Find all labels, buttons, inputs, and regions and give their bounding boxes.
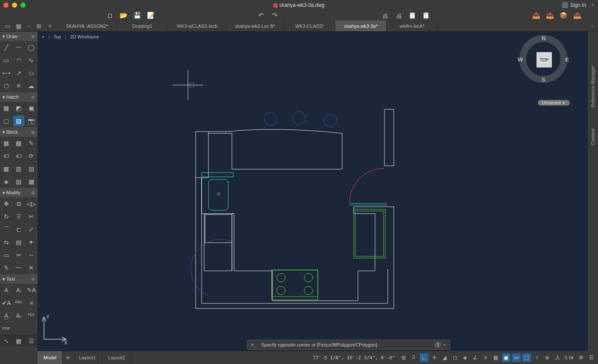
copy-icon[interactable]: 📋 bbox=[408, 12, 416, 19]
viewcube-e[interactable]: E bbox=[565, 56, 569, 63]
insert-block-icon[interactable]: ▦ bbox=[1, 138, 12, 149]
doc-tab-6[interactable]: wk4m-lecA* bbox=[387, 21, 438, 31]
lengthen-icon[interactable]: ↔ bbox=[26, 250, 37, 261]
define-attr-icon[interactable]: 🏷 bbox=[1, 150, 12, 161]
palette-collapse-icon[interactable]: ⤡ bbox=[1, 335, 12, 346]
tab-overflow-icon[interactable]: » bbox=[26, 23, 32, 28]
anno-visibility-icon[interactable]: 人 bbox=[553, 353, 562, 362]
add-tab-plus-icon[interactable]: ＋ bbox=[46, 22, 54, 30]
pdf-icon[interactable]: PDF bbox=[1, 323, 12, 334]
sync-attr-icon[interactable]: ⟳ bbox=[26, 150, 37, 161]
doc-tab-5-active[interactable]: skahya-wk3-3a* bbox=[335, 21, 387, 31]
window-minimize-button[interactable] bbox=[12, 3, 17, 8]
doc-tab-0[interactable]: SKAHYA -ASSGN2* bbox=[57, 21, 117, 31]
print-icon[interactable]: 🖨 bbox=[381, 12, 389, 19]
workspace-switch-icon[interactable]: ⚙ bbox=[577, 353, 585, 362]
window-zoom-button[interactable] bbox=[21, 3, 26, 8]
xline-icon[interactable]: ⟷ bbox=[1, 68, 12, 79]
doc-tab-4[interactable]: WK3-CLASS* bbox=[284, 21, 335, 31]
selection-cycling-icon[interactable]: ▣ bbox=[502, 353, 510, 362]
boundary-icon[interactable]: ▣ bbox=[26, 103, 37, 114]
isodraft-icon[interactable]: ◢ bbox=[440, 353, 449, 362]
otrack-icon[interactable]: ∠ bbox=[471, 353, 480, 362]
rotate-icon[interactable]: ↻ bbox=[1, 211, 12, 222]
wipeout-icon[interactable]: ▨ bbox=[13, 115, 24, 126]
block-more-icon[interactable]: ▦ bbox=[26, 176, 37, 187]
arc-icon[interactable]: ◠ bbox=[13, 55, 24, 66]
doc-tab-1[interactable]: Drawing1 bbox=[117, 21, 168, 31]
viewcube-s[interactable]: S bbox=[542, 76, 545, 83]
point-icon[interactable]: ✕ bbox=[13, 80, 24, 91]
add-layout-icon[interactable]: ＋ bbox=[63, 351, 73, 364]
explode-icon[interactable]: ✦ bbox=[26, 237, 37, 248]
fillet-icon[interactable]: ⌒ bbox=[1, 224, 12, 235]
transparency-icon[interactable]: ▦ bbox=[492, 353, 500, 362]
mtext-icon[interactable]: A bbox=[1, 285, 12, 296]
set-base-icon[interactable]: ▦ bbox=[1, 163, 12, 174]
create-block-icon[interactable]: ▩ bbox=[13, 138, 24, 149]
hatch-edit-icon[interactable]: 📷 bbox=[26, 115, 37, 126]
stretch-icon[interactable]: ⇆ bbox=[1, 237, 12, 248]
table-icon[interactable]: ▥ bbox=[13, 163, 24, 174]
trim-icon[interactable]: ✂ bbox=[26, 211, 37, 222]
layout1-tab[interactable]: Layout1 bbox=[73, 351, 102, 364]
polygon-icon[interactable]: ⬡ bbox=[1, 80, 12, 91]
text-more-icon[interactable]: A̲ bbox=[1, 310, 12, 321]
hatch-section-header[interactable]: ▾ Hatch⚙ bbox=[0, 92, 38, 102]
gear-icon[interactable]: ⚙ bbox=[31, 34, 35, 39]
scale-icon[interactable]: ⤢ bbox=[26, 224, 37, 235]
viewcube-w[interactable]: W bbox=[518, 56, 523, 63]
align-icon[interactable]: ▤ bbox=[13, 237, 24, 248]
undo-icon[interactable]: ↶ bbox=[257, 12, 265, 19]
save-as-icon[interactable]: 📝 bbox=[147, 12, 155, 19]
gear-icon[interactable]: ⚙ bbox=[31, 191, 35, 195]
osnap-toggle-icon[interactable]: ◻ bbox=[451, 353, 459, 362]
content-tab[interactable]: Content bbox=[589, 112, 596, 162]
viewport-label[interactable]: + | Top | 2D Wireframe bbox=[42, 34, 99, 39]
annotation-monitor-icon[interactable]: ⟟ bbox=[533, 353, 541, 362]
lineweight-icon[interactable]: ≡ bbox=[481, 353, 490, 362]
customize-icon[interactable]: ☰ bbox=[587, 353, 595, 362]
edit-spline-icon[interactable]: 〰 bbox=[13, 262, 24, 273]
polyline-icon[interactable]: 〰 bbox=[13, 42, 24, 53]
text-style-icon[interactable]: Aᵢ bbox=[13, 285, 24, 296]
viewcube-face-top[interactable]: TOP bbox=[536, 52, 552, 68]
grid-toggle-icon[interactable]: ⊞ bbox=[399, 353, 408, 362]
quick-props-icon[interactable]: ⬚ bbox=[522, 353, 531, 362]
sign-in-button[interactable]: Sign In ▼ bbox=[562, 2, 595, 8]
erase-icon[interactable]: ✕ bbox=[26, 262, 37, 273]
model-tab[interactable]: Model bbox=[38, 351, 63, 364]
viewcube-n[interactable]: N bbox=[542, 35, 545, 41]
text-align-icon[interactable]: ≡ bbox=[26, 297, 37, 308]
polar-toggle-icon[interactable]: ✛ bbox=[430, 353, 439, 362]
offset-icon[interactable]: ⊏ bbox=[13, 224, 24, 235]
spell-check-icon[interactable]: ✔A bbox=[1, 297, 12, 308]
viewcube[interactable]: TOP N S W E bbox=[516, 32, 571, 86]
palette-config-icon[interactable]: ▦ bbox=[13, 335, 24, 346]
rectangle-icon[interactable]: ▭ bbox=[1, 55, 12, 66]
line-icon[interactable]: ╱ bbox=[1, 42, 12, 53]
doc-tab-3[interactable]: skahya-wk2-Lec B* bbox=[226, 21, 284, 31]
extract-data-icon[interactable]: ▤ bbox=[26, 163, 37, 174]
hatch-icon[interactable]: ▦ bbox=[1, 103, 12, 114]
window-close-button[interactable] bbox=[3, 3, 9, 8]
join-icon[interactable]: ▭ bbox=[1, 250, 12, 261]
units-icon[interactable]: ⊕ bbox=[543, 353, 551, 362]
open-file-icon[interactable]: 📂 bbox=[120, 12, 127, 19]
ortho-toggle-icon[interactable]: ∟ bbox=[420, 353, 428, 362]
drawing-canvas[interactable]: Y X bbox=[38, 32, 588, 351]
palette-menu-icon[interactable]: ☰ bbox=[26, 335, 37, 346]
gear-icon[interactable]: ⚙ bbox=[31, 277, 35, 282]
workspace-icon[interactable]: ▭ bbox=[3, 22, 11, 30]
import-icon[interactable]: 📥 bbox=[532, 12, 540, 19]
grid-icon[interactable]: ⊞ bbox=[35, 22, 43, 30]
spline-icon[interactable]: ∿ bbox=[26, 55, 37, 66]
annotation-scale[interactable]: 1:1▾ bbox=[563, 355, 575, 361]
publish-icon[interactable]: 📤 bbox=[573, 12, 581, 19]
dynamic-input-icon[interactable]: ▭ bbox=[512, 353, 521, 362]
gradient-icon[interactable]: ◩ bbox=[13, 103, 24, 114]
ellipse-icon[interactable]: ⬭ bbox=[26, 68, 37, 79]
find-text-icon[interactable]: ᴬᴮᶜ bbox=[13, 297, 24, 308]
paste-icon[interactable]: 📋 bbox=[422, 12, 430, 19]
circle-icon[interactable]: ◯ bbox=[26, 42, 37, 53]
